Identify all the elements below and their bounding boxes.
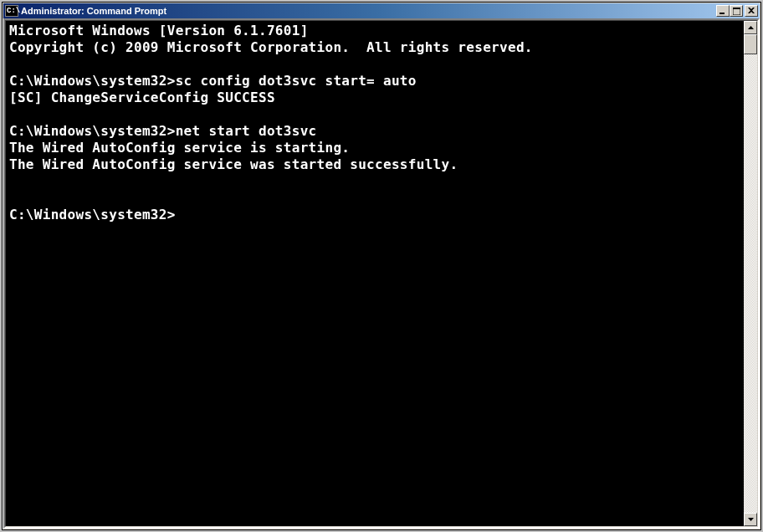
vertical-scrollbar[interactable] <box>744 21 757 526</box>
system-menu-icon[interactable]: C:\. <box>5 5 18 17</box>
client-area-border: Microsoft Windows [Version 6.1.7601] Cop… <box>3 18 760 529</box>
maximize-button[interactable] <box>730 5 743 17</box>
scroll-thumb[interactable] <box>744 34 757 54</box>
command-prompt-window: C:\. Administrator: Command Prompt Micro… <box>2 2 761 530</box>
scroll-up-button[interactable] <box>744 21 757 34</box>
close-button[interactable] <box>745 5 758 17</box>
minimize-button[interactable] <box>716 5 730 17</box>
window-title: Administrator: Command Prompt <box>21 6 716 16</box>
console-output[interactable]: Microsoft Windows [Version 6.1.7601] Cop… <box>6 21 744 526</box>
titlebar[interactable]: C:\. Administrator: Command Prompt <box>3 3 760 18</box>
scroll-down-button[interactable] <box>744 513 757 526</box>
svg-rect-0 <box>719 13 725 14</box>
window-buttons <box>716 5 758 17</box>
scroll-track[interactable] <box>744 34 757 513</box>
client-area: Microsoft Windows [Version 6.1.7601] Cop… <box>5 20 758 527</box>
svg-rect-2 <box>733 8 740 9</box>
